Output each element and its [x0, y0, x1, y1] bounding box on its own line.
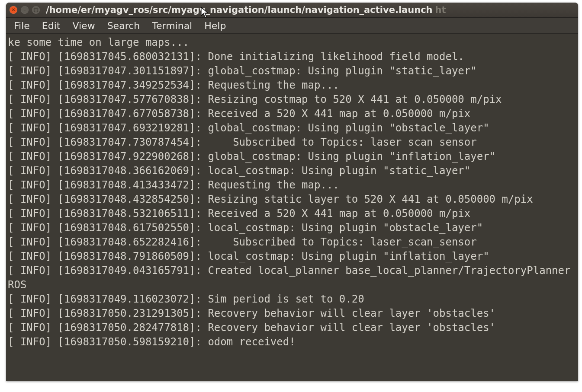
window-close-button[interactable]: × [10, 6, 17, 14]
window-minimize-button[interactable]: – [21, 6, 29, 14]
terminal-output[interactable]: ke some time on large maps...[ INFO] [16… [6, 34, 578, 381]
window-buttons: × – ▢ [10, 6, 40, 14]
menu-terminal[interactable]: Terminal [147, 19, 197, 33]
menu-file[interactable]: File [9, 19, 35, 33]
terminal-window: × – ▢ /home/er/myagv_ros/src/myagv_navig… [6, 3, 578, 381]
terminal-line: [ INFO] [1698317050.598159210]: odom rec… [8, 335, 576, 349]
terminal-line: [ INFO] [1698317047.730787454]: Subscrib… [8, 135, 576, 150]
terminal-line: [ INFO] [1698317050.282477818]: Recovery… [8, 321, 576, 335]
terminal-line: [ INFO] [1698317047.577670838]: Resizing… [8, 92, 576, 107]
minimize-icon: – [23, 7, 26, 12]
close-icon: × [11, 7, 15, 12]
maximize-icon: ▢ [34, 7, 38, 12]
window-maximize-button[interactable]: ▢ [32, 6, 40, 14]
menu-help[interactable]: Help [199, 19, 231, 33]
window-titlebar[interactable]: × – ▢ /home/er/myagv_ros/src/myagv_navig… [6, 3, 578, 18]
terminal-line: [ INFO] [1698317048.791860509]: local_co… [8, 249, 576, 264]
window-title-dim: ht [435, 5, 446, 15]
menu-view[interactable]: View [67, 19, 100, 33]
terminal-line: [ INFO] [1698317047.922900268]: global_c… [8, 150, 576, 164]
terminal-line: [ INFO] [1698317048.617502550]: local_co… [8, 221, 576, 235]
menu-edit[interactable]: Edit [37, 19, 66, 33]
terminal-line: [ INFO] [1698317049.043165791]: Created … [8, 264, 576, 292]
window-title-main: /home/er/myagv_ros/src/myagv_navigation/… [46, 5, 433, 15]
terminal-line: [ INFO] [1698317048.413433472]: Requesti… [8, 178, 576, 192]
terminal-line: [ INFO] [1698317048.432854250]: Resizing… [8, 192, 576, 207]
terminal-line: [ INFO] [1698317049.116023072]: Sim peri… [8, 292, 576, 306]
menu-search[interactable]: Search [102, 19, 145, 33]
terminal-line: [ INFO] [1698317047.677058738]: Received… [8, 107, 576, 121]
terminal-line: [ INFO] [1698317048.366162069]: local_co… [8, 164, 576, 178]
terminal-line: [ INFO] [1698317050.231291305]: Recovery… [8, 306, 576, 321]
terminal-line: [ INFO] [1698317048.652282416]: Subscrib… [8, 235, 576, 249]
terminal-line: [ INFO] [1698317045.680032131]: Done ini… [8, 50, 576, 64]
terminal-line: [ INFO] [1698317047.349252534]: Requesti… [8, 78, 576, 92]
window-title: /home/er/myagv_ros/src/myagv_navigation/… [46, 5, 446, 15]
terminal-line: [ INFO] [1698317047.301151897]: global_c… [8, 64, 576, 78]
terminal-line: [ INFO] [1698317047.693219281]: global_c… [8, 121, 576, 135]
terminal-line: [ INFO] [1698317048.532106511]: Received… [8, 207, 576, 221]
terminal-line: ke some time on large maps... [8, 35, 576, 50]
menubar: File Edit View Search Terminal Help [6, 18, 578, 34]
